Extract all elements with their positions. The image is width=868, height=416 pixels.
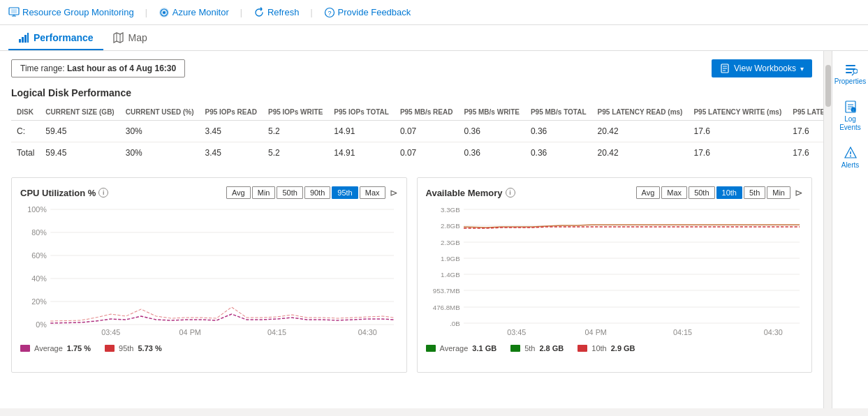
svg-text:04 PM: 04 PM xyxy=(584,329,606,336)
right-sidebar: Properties ↑ Log Events Alerts xyxy=(832,51,868,408)
svg-text:.0B: .0B xyxy=(450,320,460,327)
mem-5th-btn[interactable]: 5th xyxy=(744,186,765,199)
feedback-button[interactable]: ? Provide Feedback xyxy=(324,7,411,18)
mem-max-btn[interactable]: Max xyxy=(661,186,687,199)
memory-legend: Average 3.1 GB 5th 2.8 GB 10th 2.9 GB xyxy=(426,344,804,352)
mem-legend-avg: Average 3.1 GB xyxy=(426,344,497,352)
scrollbar-thumb[interactable] xyxy=(825,65,831,107)
col-mb-read: P95 MB/s READ xyxy=(395,105,459,121)
azure-monitor-link[interactable]: Azure Monitor xyxy=(159,7,229,18)
view-workbooks-button[interactable]: View Workbooks ▾ xyxy=(712,59,812,77)
svg-rect-1 xyxy=(11,9,17,13)
col-iops-total: P95 IOPs TOTAL xyxy=(328,105,395,121)
memory-chart-svg: 3.3GB 2.8GB 2.3GB 1.9GB 1.4GB 953.7MB 47… xyxy=(426,206,804,339)
cpu-chart-area: 100% 80% 60% 40% 20% 0% 03:45 04 PM 04:1… xyxy=(20,206,398,339)
col-used: CURRENT USED (%) xyxy=(120,105,200,121)
alerts-button[interactable]: Alerts xyxy=(832,140,868,175)
svg-text:20%: 20% xyxy=(31,298,47,306)
svg-text:04:15: 04:15 xyxy=(673,329,692,336)
svg-text:953.7MB: 953.7MB xyxy=(432,288,459,295)
tabs-bar: Performance Map xyxy=(0,25,868,51)
log-events-button[interactable]: ↑ Log Events xyxy=(832,94,868,138)
col-disk: DISK xyxy=(11,105,40,121)
svg-text:80%: 80% xyxy=(31,229,47,237)
cpu-legend-avg: Average 1.75 % xyxy=(20,344,91,352)
svg-rect-10 xyxy=(27,33,29,43)
svg-text:1.4GB: 1.4GB xyxy=(441,272,460,278)
tab-performance[interactable]: Performance xyxy=(8,25,103,50)
svg-point-57 xyxy=(853,69,858,73)
mem-avg-btn[interactable]: Avg xyxy=(636,186,661,199)
resource-group-link[interactable]: Resource Group Monitoring xyxy=(8,7,134,18)
svg-text:2.8GB: 2.8GB xyxy=(441,223,460,230)
disk-table: DISK CURRENT SIZE (GB) CURRENT USED (%) … xyxy=(11,105,823,163)
col-iops-read: P95 IOPs READ xyxy=(199,105,262,121)
mem-avg-color-swatch xyxy=(426,345,436,352)
svg-text:03:45: 03:45 xyxy=(101,329,120,336)
main-content: Time range: Last hour as of 4 Aug 16:30 … xyxy=(0,51,868,408)
azure-icon xyxy=(159,7,170,18)
properties-icon xyxy=(844,62,858,76)
tab-map[interactable]: Map xyxy=(103,25,157,50)
cpu-avg-btn[interactable]: Avg xyxy=(226,186,251,199)
cpu-min-btn[interactable]: Min xyxy=(252,186,276,199)
memory-pin-icon[interactable]: ⊳ xyxy=(795,187,803,198)
svg-rect-56 xyxy=(846,72,852,73)
mem-50th-btn[interactable]: 50th xyxy=(689,186,714,199)
mem-5th-color-swatch xyxy=(510,345,520,352)
avg-color-swatch xyxy=(20,345,30,352)
monitor-icon xyxy=(8,7,20,18)
col-size: CURRENT SIZE (GB) xyxy=(40,105,119,121)
svg-point-67 xyxy=(850,156,851,157)
charts-row: CPU Utilization % i Avg Min 50th 90th 95… xyxy=(11,177,812,373)
properties-button[interactable]: Properties xyxy=(832,57,868,91)
svg-text:?: ? xyxy=(328,10,331,17)
svg-text:↑: ↑ xyxy=(852,108,854,112)
cpu-info-icon[interactable]: i xyxy=(98,188,108,198)
cpu-max-btn[interactable]: Max xyxy=(360,186,385,199)
mem-10th-btn[interactable]: 10th xyxy=(716,186,742,199)
svg-text:2.3GB: 2.3GB xyxy=(441,239,460,246)
col-mb-total: P95 MB/s TOTAL xyxy=(525,105,592,121)
memory-chart-card: Available Memory i Avg Max 50th 10th 5th… xyxy=(417,177,813,373)
performance-icon xyxy=(18,32,29,43)
cpu-pin-icon[interactable]: ⊳ xyxy=(390,187,398,198)
memory-info-icon[interactable]: i xyxy=(506,188,515,198)
svg-rect-8 xyxy=(22,37,24,43)
mem-legend-10th: 10th 2.9 GB xyxy=(578,344,635,352)
svg-text:04 PM: 04 PM xyxy=(179,329,201,336)
svg-text:1.9GB: 1.9GB xyxy=(441,255,460,262)
svg-text:100%: 100% xyxy=(27,206,47,214)
memory-chart-buttons: Avg Max 50th 10th 5th Min xyxy=(636,186,790,199)
time-range-button[interactable]: Time range: Last hour as of 4 Aug 16:30 xyxy=(11,59,185,77)
svg-text:04:15: 04:15 xyxy=(267,329,286,336)
svg-line-58 xyxy=(852,73,854,75)
refresh-button[interactable]: Refresh xyxy=(253,7,300,18)
col-mb-write: P95 MB/s WRITE xyxy=(458,105,524,121)
refresh-icon xyxy=(253,7,265,18)
cpu-legend: Average 1.75 % 95th 5.73 % xyxy=(20,344,398,352)
svg-text:04:30: 04:30 xyxy=(358,329,377,336)
95th-color-swatch xyxy=(105,345,115,352)
workbook-icon xyxy=(720,64,730,73)
alerts-icon xyxy=(844,146,858,160)
cpu-legend-95th: 95th 5.73 % xyxy=(105,344,162,352)
mem-min-btn[interactable]: Min xyxy=(767,186,790,199)
disk-section-title: Logical Disk Performance xyxy=(11,87,812,98)
cpu-50th-btn[interactable]: 50th xyxy=(277,186,302,199)
scrollbar[interactable] xyxy=(823,51,832,408)
svg-rect-7 xyxy=(19,39,21,43)
svg-text:03:45: 03:45 xyxy=(507,329,526,336)
top-bar: Resource Group Monitoring | Azure Monito… xyxy=(0,0,868,25)
chevron-down-icon: ▾ xyxy=(800,65,804,73)
cpu-90th-btn[interactable]: 90th xyxy=(304,186,330,199)
memory-chart-header: Available Memory i Avg Max 50th 10th 5th… xyxy=(426,186,804,199)
svg-rect-9 xyxy=(24,35,27,43)
svg-text:476.8MB: 476.8MB xyxy=(432,304,459,311)
svg-point-4 xyxy=(163,11,165,14)
svg-text:0%: 0% xyxy=(36,321,47,329)
col-lat-total: P95 LATENCY TOTAL (r xyxy=(787,105,823,121)
memory-chart-area: 3.3GB 2.8GB 2.3GB 1.9GB 1.4GB 953.7MB 47… xyxy=(426,206,804,339)
col-lat-write: P95 LATENCY WRITE (ms) xyxy=(688,105,787,121)
cpu-95th-btn[interactable]: 95th xyxy=(332,186,358,199)
